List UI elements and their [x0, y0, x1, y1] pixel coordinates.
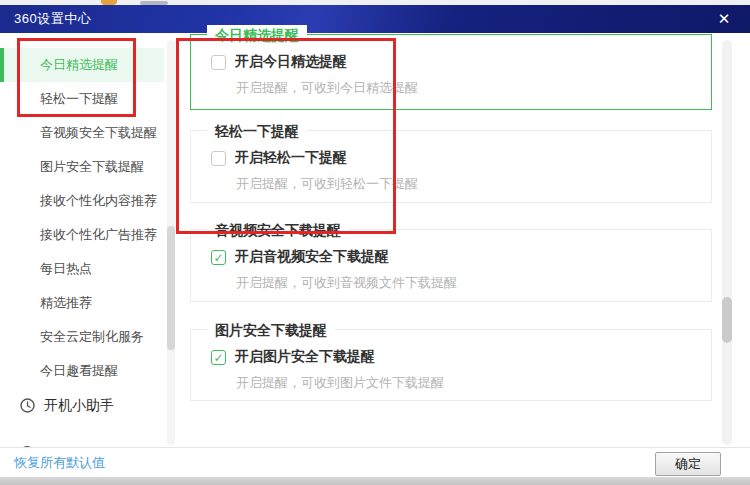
section-legend: 音视频安全下载提醒 [207, 220, 349, 240]
sidebar-item-label: 接收个性化广告推荐 [40, 227, 157, 242]
sidebar-item-label: 精选推荐 [40, 295, 92, 310]
desktop-edge-strip [0, 477, 750, 485]
sidebar-item-label: 今日精选提醒 [40, 57, 118, 72]
sidebar-item-fun-reminder[interactable]: 今日趣看提醒 [0, 354, 164, 388]
sidebar-item-boot-assistant[interactable]: 开机小助手 [0, 388, 180, 422]
selected-indicator-bar [0, 48, 4, 82]
content-scrollbar-thumb[interactable] [722, 297, 732, 343]
sidebar-item-label: 图片安全下载提醒 [40, 159, 144, 174]
sidebar-item-av-download[interactable]: 音视频安全下载提醒 [0, 116, 164, 150]
section-description: 开启提醒，可收到音视频文件下载提醒 [236, 274, 711, 292]
sidebar-item-featured-recommend[interactable]: 精选推荐 [0, 286, 164, 320]
checkbox-label[interactable]: 开启图片安全下载提醒 [235, 348, 375, 366]
sidebar-item-personalized-content[interactable]: 接收个性化内容推荐 [0, 184, 164, 218]
sidebar-item-partial[interactable] [0, 422, 180, 447]
sidebar-item-cloud-service[interactable]: 安全云定制化服务 [0, 320, 164, 354]
content-scrollbar-track[interactable] [722, 40, 732, 445]
ok-button[interactable]: 确定 [655, 452, 721, 476]
section-today-featured: 今日精选提醒 开启今日精选提醒 开启提醒，可收到今日精选提醒 [190, 34, 712, 110]
restore-defaults-link[interactable]: 恢复所有默认值 [14, 448, 105, 478]
close-icon[interactable]: ✕ [710, 5, 738, 33]
titlebar: 360设置中心 ✕ [0, 5, 750, 33]
sidebar-item-image-download[interactable]: 图片安全下载提醒 [0, 150, 164, 184]
sidebar-item-label: 接收个性化内容推荐 [40, 193, 157, 208]
settings-window: 360设置中心 ✕ 今日精选提醒 轻松一下提醒 音视频安全下载提醒 图片安全下载… [0, 0, 750, 485]
checkmark-icon: ✓ [213, 351, 223, 365]
checkbox-label[interactable]: 开启今日精选提醒 [235, 53, 347, 71]
checkbox-checked[interactable]: ✓ [211, 350, 226, 365]
sidebar-item-label: 轻松一下提醒 [40, 91, 118, 106]
sidebar-item-label: 今日趣看提醒 [40, 363, 118, 378]
sidebar-item-label: 音视频安全下载提醒 [40, 125, 157, 140]
section-description: 开启提醒，可收到轻松一下提醒 [236, 175, 711, 193]
footer: 恢复所有默认值 确定 [0, 447, 750, 477]
sidebar-scrollbar-thumb[interactable] [167, 226, 175, 350]
section-legend: 轻松一下提醒 [207, 121, 307, 141]
sidebar-section-label: 开机小助手 [44, 388, 114, 422]
checkbox-label[interactable]: 开启轻松一下提醒 [235, 149, 347, 167]
section-description: 开启提醒，可收到图片文件下载提醒 [236, 374, 711, 392]
sidebar-item-today-featured[interactable]: 今日精选提醒 [0, 48, 164, 82]
checkbox-label[interactable]: 开启音视频安全下载提醒 [235, 248, 389, 266]
section-legend: 今日精选提醒 [207, 25, 307, 45]
clock-icon [20, 398, 35, 413]
window-title: 360设置中心 [14, 10, 91, 28]
section-legend: 图片安全下载提醒 [207, 320, 335, 340]
sidebar-item-personalized-ads[interactable]: 接收个性化广告推荐 [0, 218, 164, 252]
sidebar-item-daily-hotspot[interactable]: 每日热点 [0, 252, 164, 286]
checkbox-unchecked[interactable] [211, 151, 226, 166]
checkbox-unchecked[interactable] [211, 55, 226, 70]
checkbox-checked[interactable]: ✓ [211, 250, 226, 265]
section-image-download: 图片安全下载提醒 ✓ 开启图片安全下载提醒 开启提醒，可收到图片文件下载提醒 [190, 329, 712, 401]
sidebar-item-relax-reminder[interactable]: 轻松一下提醒 [0, 82, 164, 116]
sidebar-item-label: 每日热点 [40, 261, 92, 276]
sidebar: 今日精选提醒 轻松一下提醒 音视频安全下载提醒 图片安全下载提醒 接收个性化内容… [0, 33, 180, 447]
section-relax-reminder: 轻松一下提醒 开启轻松一下提醒 开启提醒，可收到轻松一下提醒 [190, 130, 712, 203]
sidebar-item-label: 安全云定制化服务 [40, 329, 144, 344]
section-description: 开启提醒，可收到今日精选提醒 [236, 79, 711, 97]
section-av-download: 音视频安全下载提醒 ✓ 开启音视频安全下载提醒 开启提醒，可收到音视频文件下载提… [190, 229, 712, 302]
checkmark-icon: ✓ [213, 251, 223, 265]
sidebar-list: 今日精选提醒 轻松一下提醒 音视频安全下载提醒 图片安全下载提醒 接收个性化内容… [0, 33, 180, 447]
